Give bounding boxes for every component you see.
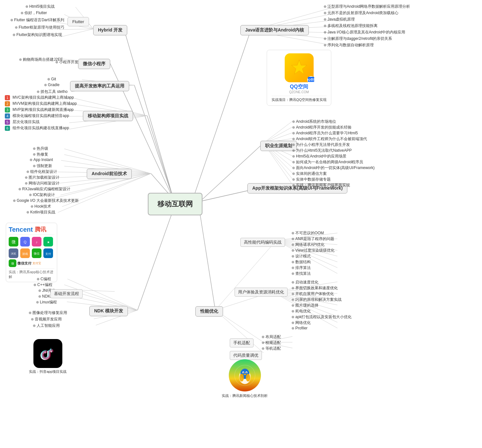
tiktok-caption: 实战：抖音app项目实战 (29, 369, 67, 374)
svg-line-9 (199, 209, 215, 310)
svg-point-120 (246, 372, 247, 373)
svg-text:微: 微 (12, 239, 16, 244)
leaf-annotation: 注解原理与dagger2/retrofit的亲切关系 (322, 35, 393, 42)
mindmap-container: 移动互联网 Hybrid 开发 Flutter Html5项目实战 你好，Flu… (0, 0, 482, 448)
leaf-kotlin: Kotlin项目实战 (25, 209, 57, 216)
svg-point-122 (239, 374, 244, 381)
leaf-ai: 人工智能应用 (31, 322, 61, 329)
branch-hybrid-label: Hybrid 开发 (98, 27, 122, 32)
branch-android-label: Android前沿技术 (92, 171, 127, 176)
branch-java-label: Java语言进阶与Android内核 (245, 27, 304, 32)
qq-space-node: QQ空间 QQ空间 QZONE.COM 实战项目：腾讯QQ空间热修复实现 (267, 50, 331, 106)
subbranch-highperf: 高性能代码编码实战 (240, 238, 285, 247)
branch-arch-label: 移动架构师项目实战 (88, 113, 128, 118)
svg-text:微: 微 (11, 262, 14, 265)
tencent-image-node: Tencent 腾讯 微 Q ♪ ★ 浏览 游戏 微信 (6, 223, 57, 282)
leaf-component: 6 组件化项目实战构建在线直播app (5, 125, 70, 131)
svg-point-119 (243, 372, 244, 373)
svg-text:★: ★ (47, 240, 50, 244)
svg-line-5 (138, 209, 174, 310)
leaf-thread: 多线程及线程池原理技能拆离 (322, 22, 379, 29)
leaf-modular: 4 模块化编程项目实战构建招音app (5, 112, 70, 119)
branch-wechat: 微信小程序 (78, 59, 110, 69)
leaf-linux: Linux编程 (35, 299, 58, 306)
svg-text:QQ空间: QQ空间 (308, 78, 314, 81)
leaf-layer: 5 层次化项目实战 (5, 119, 41, 125)
branch-perf-label: 性能优化 (200, 309, 218, 314)
leaf-imageproc: 图像处理与修复应用 (27, 309, 68, 316)
leaf-gradle: Gradle (43, 82, 61, 88)
leaf-flutter-dart: Flutter 编程语言Dart详解系列 (9, 17, 66, 23)
leaf-html5: Html5项目实战 (24, 3, 56, 10)
branch-wechat-label: 微信小程序 (83, 61, 105, 66)
qqspace-caption: 实战项目：腾讯QQ空间热修复实现 (272, 96, 326, 102)
leaf-flutter-framework: Flutter框架原理与使用技巧 (13, 24, 66, 31)
branch-performance: 性能优化 (195, 306, 223, 317)
svg-text:支付: 支付 (45, 252, 51, 255)
leaf-appinstant: App Instant (28, 157, 54, 163)
leaf-mvvm: 2 MVVM架构项目实战构建网上商城app (5, 100, 78, 107)
svg-line-67 (215, 240, 276, 310)
branch-hybrid: Hybrid 开发 (93, 25, 127, 35)
svg-point-121 (244, 374, 246, 375)
svg-line-3 (147, 116, 174, 199)
branch-android-advanced: Android前沿技术 (87, 169, 132, 179)
leaf-videodev: 音视频开发应用 (30, 316, 63, 323)
leaf-mvp: 3 MVP架构项目实战构建新闻直播app (5, 106, 75, 113)
svg-line-55 (263, 121, 292, 143)
svg-text:♪: ♪ (36, 240, 38, 244)
tiktok-image-node: 实战：抖音app项目实战 (29, 339, 67, 374)
svg-line-38 (58, 174, 151, 212)
leaf-io: Java I/O核心原理及其在Android中的内核应用 (322, 29, 406, 36)
leaf-reflect: 元所不是的反射原理及Android类加载核心 (322, 10, 400, 16)
branch-career-label: 职业生涯规划 (265, 143, 292, 148)
svg-text:游戏: 游戏 (22, 252, 28, 255)
leaf-serialize: 序列化与数据自动解析原理 (322, 42, 375, 49)
leaf-search: 查找算法 (290, 270, 312, 277)
leaf-tencent-news: 实战：腾讯新闻客户端界面实现 (291, 182, 351, 189)
center-node: 移动互联网 (148, 193, 202, 215)
branch-ndk-label: NDK 模块开发 (94, 308, 123, 313)
branch-tools: 提高开发效率的工具运用 (70, 81, 129, 91)
leaf-jvm: Java虚拟机原理 (322, 16, 356, 23)
subbranch-basic-dev: 基础开发流程 (50, 289, 83, 298)
branch-java: Java语言进阶与Android内核 (240, 25, 309, 35)
svg-marker-111 (291, 60, 307, 74)
subbranch-phoneadapt: 手机适配 (230, 338, 254, 347)
svg-text:Q: Q (24, 240, 27, 244)
svg-line-2 (134, 85, 174, 199)
svg-line-47 (83, 290, 115, 291)
leaf-phone-adapt: 等机适配 (260, 345, 282, 352)
branch-ndk: NDK 模块开发 (89, 306, 128, 316)
leaf-profiler: Profiler (290, 325, 309, 331)
qq-app-node: 实战：腾讯新闻核心技术剖析 (222, 359, 268, 398)
leaf-miniapp: 小程序开发 (54, 59, 80, 66)
svg-text:微信: 微信 (34, 252, 40, 255)
subbranch-userexp: 用户体验及资源消耗优化 (235, 288, 288, 297)
svg-line-6 (193, 31, 251, 199)
leaf-flutter-arch: Flutter架构知识图谱地实现 (11, 31, 63, 38)
flutter-subbranch: Flutter (67, 17, 89, 26)
qq-app-caption: 实战：腾讯新闻核心技术剖析 (222, 393, 268, 398)
leaf-flutter-hello: 你好，Flutter (19, 10, 48, 16)
svg-text:浏览: 浏览 (11, 252, 16, 255)
svg-point-123 (246, 374, 250, 381)
branch-tools-label: 提高开发效率的工具运用 (75, 83, 124, 88)
subbranch-codequality: 代码质量调优 (230, 351, 262, 360)
leaf-mvc: 1 MVC架构项目实战构建网上商城app (5, 94, 75, 101)
branch-arch: 移动架构师项目实战 (83, 111, 133, 121)
leaf-git: Git (46, 76, 57, 82)
leaf-generics: 泛型原理与Android网络序数据解析应用原理分析 (322, 3, 411, 10)
center-label: 移动互联网 (157, 200, 193, 208)
